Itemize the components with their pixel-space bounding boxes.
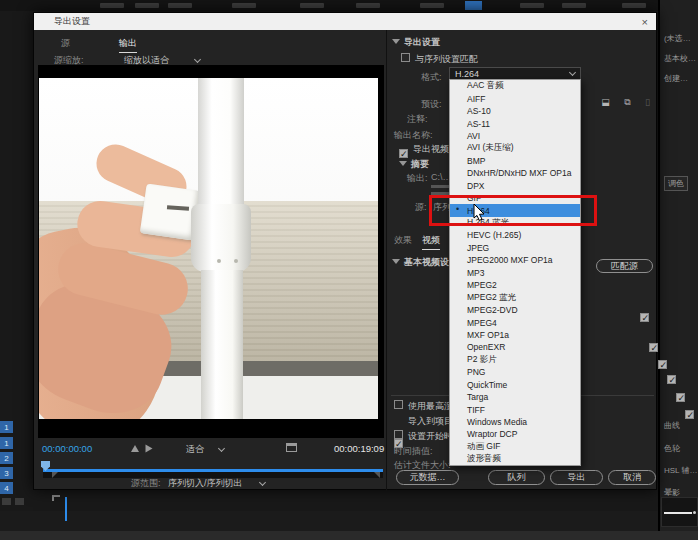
range-handle-right[interactable] [374, 472, 380, 478]
red-highlight-annotation [429, 195, 597, 226]
format-option[interactable]: MPEG4 [450, 316, 580, 328]
set-out-point-icon[interactable] [146, 445, 153, 453]
tab-video[interactable]: 视频 [422, 234, 440, 250]
lumetri-section-label[interactable]: 创建… [664, 73, 688, 84]
format-option[interactable]: AAC 音频 [450, 80, 580, 92]
collar-dot [217, 259, 221, 263]
menu-item-blob[interactable] [232, 3, 256, 8]
format-option[interactable]: MXF OP1a [450, 329, 580, 341]
lumetri-section-label[interactable]: (未选… [664, 33, 691, 44]
disclosure-triangle-icon[interactable] [392, 39, 400, 44]
format-option[interactable]: HEVC (H.265) [450, 229, 580, 241]
format-option[interactable]: MPEG2-DVD [450, 304, 580, 316]
max-quality-checkbox[interactable] [394, 400, 403, 409]
format-option[interactable]: MPEG2 [450, 279, 580, 291]
chevron-down-icon[interactable] [259, 479, 266, 486]
lumetri-section-label[interactable]: HSL 辅… [664, 465, 698, 476]
chevron-down-icon[interactable] [194, 56, 201, 63]
format-option[interactable]: TIFF [450, 403, 580, 415]
format-option[interactable]: AVI (未压缩) [450, 142, 580, 154]
preset-label: 预设: [421, 98, 442, 111]
video-setting-checkbox[interactable] [667, 375, 676, 384]
save-preset-icon[interactable]: ⬓ [599, 97, 612, 108]
close-icon[interactable]: × [642, 16, 648, 28]
track-number-badge[interactable]: 3 [0, 467, 13, 479]
source-range-label: 源范围: [131, 477, 161, 490]
lumetri-section-label[interactable]: 调色 [664, 176, 688, 191]
format-option[interactable]: MP3 [450, 267, 580, 279]
track-number-badge[interactable]: 1 [0, 437, 13, 449]
format-option[interactable]: DNxHR/DNxHD MXF OP1a [450, 167, 580, 179]
disclosure-triangle-icon[interactable] [399, 161, 407, 166]
active-workspace-highlight[interactable] [465, 1, 482, 10]
export-video-checkbox[interactable] [399, 149, 408, 158]
format-dropdown-list[interactable]: AAC 音频AIFFAS-10AS-11AVIAVI (未压缩)BMPDNxHR… [449, 79, 581, 466]
video-setting-checkbox[interactable] [676, 393, 685, 402]
source-range-select[interactable]: 序列切入/序列切出 [168, 477, 243, 490]
preview-frame [39, 78, 378, 419]
format-option[interactable]: Wraptor DCP [450, 428, 580, 440]
menu-item-blob[interactable] [356, 3, 380, 8]
format-option[interactable]: 动画 GIF [450, 441, 580, 453]
video-setting-checkbox[interactable] [649, 343, 658, 352]
lumetri-section-label[interactable]: 晕影 [664, 487, 680, 498]
format-option[interactable]: AIFF [450, 92, 580, 104]
menu-item-blob[interactable] [168, 3, 192, 8]
track-number-badge[interactable]: 1 [0, 421, 13, 433]
format-option[interactable]: MPEG2 蓝光 [450, 291, 580, 303]
delete-preset-icon[interactable]: ▯ [641, 97, 654, 108]
format-option[interactable]: QuickTime [450, 379, 580, 391]
format-option[interactable]: AS-11 [450, 117, 580, 129]
format-option[interactable]: DPX [450, 180, 580, 192]
format-option[interactable]: JPEG2000 MXF OP1a [450, 254, 580, 266]
lumetri-section-label[interactable]: 色轮 [664, 443, 680, 454]
video-setting-checkbox[interactable] [685, 410, 694, 419]
format-option[interactable]: P2 影片 [450, 354, 580, 366]
menu-item-blob[interactable] [520, 3, 544, 8]
export-button[interactable]: 导出 [550, 470, 603, 485]
range-handle-left[interactable] [52, 472, 58, 478]
menu-item-blob[interactable] [622, 3, 646, 8]
format-option[interactable]: AS-10 [450, 105, 580, 117]
lumetri-section-label[interactable]: 曲线 [664, 420, 680, 431]
format-option[interactable]: OpenEXR [450, 341, 580, 353]
scrubber-range[interactable] [43, 469, 383, 472]
menu-item-blob[interactable] [420, 3, 444, 8]
tab-output[interactable]: 输出 [119, 37, 137, 53]
chevron-down-icon[interactable] [218, 445, 225, 452]
video-setting-checkbox[interactable] [640, 313, 649, 322]
current-timecode[interactable]: 00:00:00:00 [42, 443, 92, 454]
start-timecode-checkbox[interactable] [394, 430, 403, 439]
format-option[interactable]: 波形音频 [450, 453, 580, 465]
track-number-badge[interactable]: 2 [0, 452, 13, 464]
format-option[interactable]: PNG [450, 366, 580, 378]
match-sequence-checkbox[interactable] [401, 53, 410, 62]
timeline-playhead-cap [52, 495, 60, 501]
export-settings-header: 导出设置 [404, 36, 440, 49]
queue-button[interactable]: 队列 [488, 470, 545, 485]
menu-item-blob[interactable] [135, 3, 159, 8]
format-option[interactable]: Windows Media [450, 416, 580, 428]
format-option[interactable]: BMP [450, 155, 580, 167]
metadata-button[interactable]: 元数据… [396, 470, 459, 485]
import-preset-icon[interactable]: ⧉ [621, 97, 634, 108]
cancel-button[interactable]: 取消 [608, 470, 656, 485]
format-option[interactable]: AVI [450, 130, 580, 142]
tab-source[interactable]: 源 [61, 37, 70, 50]
format-option[interactable]: JPEG [450, 242, 580, 254]
tab-effects[interactable]: 效果 [394, 234, 412, 247]
menu-item-blob[interactable] [562, 3, 586, 8]
menu-item-blob[interactable] [300, 3, 324, 8]
lumetri-section-label[interactable]: 基本校… [664, 53, 696, 64]
video-setting-checkbox[interactable] [658, 360, 667, 369]
format-option[interactable]: Targa [450, 391, 580, 403]
preview-monitor [38, 65, 384, 438]
match-source-button[interactable]: 匹配源 [596, 259, 653, 273]
menu-item-blob[interactable] [100, 3, 124, 8]
set-in-point-icon[interactable] [131, 445, 139, 452]
zoom-level-select[interactable]: 适合 [186, 443, 204, 456]
crop-tool-icon[interactable] [286, 443, 297, 452]
dialog-titlebar[interactable]: 导出设置 × [34, 13, 656, 30]
disclosure-triangle-icon[interactable] [392, 259, 400, 264]
track-number-badge[interactable]: 4 [0, 482, 13, 494]
